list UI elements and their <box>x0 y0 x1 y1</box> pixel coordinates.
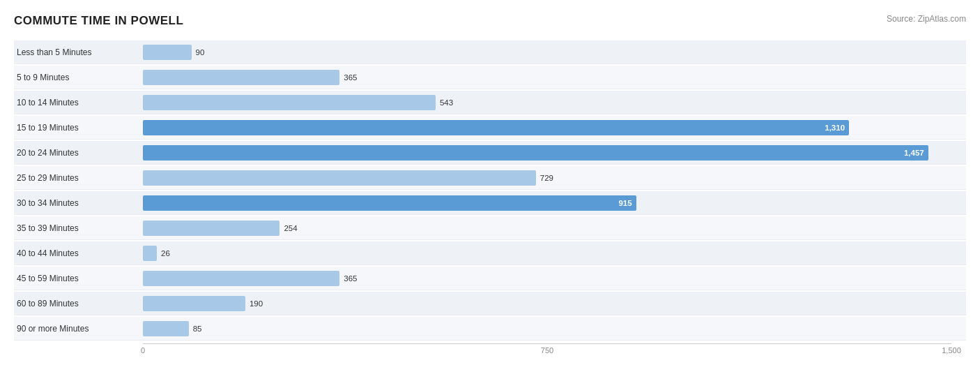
table-row: 15 to 19 Minutes1,310 <box>14 116 966 140</box>
bar: 1,310 <box>143 120 849 135</box>
chart-area: Less than 5 Minutes905 to 9 Minutes36510… <box>14 40 966 360</box>
bar-value-after: 85 <box>193 325 202 333</box>
bar-value: 1,457 <box>904 149 924 157</box>
bar-container: 90 <box>143 40 966 64</box>
bar <box>143 246 157 261</box>
bar-value-after: 729 <box>540 174 553 182</box>
bar-label: 25 to 29 Minutes <box>14 173 143 183</box>
table-row: 40 to 44 Minutes26 <box>14 241 966 265</box>
bar: 1,457 <box>143 145 928 161</box>
bar <box>143 45 192 60</box>
bar-value: 1,310 <box>825 124 845 132</box>
x-axis-tick: 1,500 <box>942 346 961 355</box>
bar-label: 30 to 34 Minutes <box>14 198 143 208</box>
bar: 915 <box>143 195 636 211</box>
bar-container: 543 <box>143 91 966 114</box>
table-row: 60 to 89 Minutes190 <box>14 292 966 315</box>
bar-container: 1,310 <box>143 116 966 139</box>
bar <box>143 296 245 311</box>
bar-label: 90 or more Minutes <box>14 324 143 334</box>
bar-container: 254 <box>143 216 966 239</box>
table-row: 35 to 39 Minutes254 <box>14 216 966 240</box>
bar-label: 10 to 14 Minutes <box>14 98 143 107</box>
bar-value-after: 254 <box>284 224 297 232</box>
bar-container: 1,457 <box>143 141 966 164</box>
bar-value-after: 90 <box>196 48 205 57</box>
bar-container: 729 <box>143 166 966 189</box>
bar <box>143 95 436 110</box>
x-axis-tick: 750 <box>541 346 553 355</box>
bar-container: 365 <box>143 66 966 89</box>
bar-container: 190 <box>143 292 966 315</box>
bar-container: 85 <box>143 317 966 340</box>
table-row: 10 to 14 Minutes543 <box>14 91 966 114</box>
table-row: 20 to 24 Minutes1,457 <box>14 141 966 165</box>
table-row: 30 to 34 Minutes915 <box>14 191 966 215</box>
bar-label: 35 to 39 Minutes <box>14 223 143 233</box>
chart-source: Source: ZipAtlas.com <box>887 14 966 24</box>
bar-value-after: 365 <box>344 274 357 283</box>
bar-label: 5 to 9 Minutes <box>14 73 143 82</box>
table-row: 90 or more Minutes85 <box>14 317 966 341</box>
bar-label: 45 to 59 Minutes <box>14 274 143 283</box>
bar-container: 915 <box>143 191 966 214</box>
bar <box>143 321 189 336</box>
bar <box>143 221 280 236</box>
table-row: Less than 5 Minutes90 <box>14 40 966 64</box>
table-row: 25 to 29 Minutes729 <box>14 166 966 190</box>
bar-label: 40 to 44 Minutes <box>14 248 143 258</box>
x-axis-line <box>143 343 951 344</box>
bar-label: Less than 5 Minutes <box>14 47 143 57</box>
bar-container: 26 <box>143 241 966 265</box>
bar-value-after: 26 <box>161 249 170 258</box>
bar-value-after: 190 <box>250 299 263 308</box>
bar <box>143 170 536 186</box>
bar-container: 365 <box>143 267 966 290</box>
x-axis: 07501,500 <box>143 343 951 360</box>
bar-value-after: 543 <box>440 98 453 107</box>
chart-title: COMMUTE TIME IN POWELL <box>14 14 183 28</box>
bar <box>143 70 339 85</box>
bar-label: 15 to 19 Minutes <box>14 123 143 133</box>
bar <box>143 271 339 286</box>
bar-label: 60 to 89 Minutes <box>14 299 143 308</box>
x-axis-tick: 0 <box>141 346 145 355</box>
bar-label: 20 to 24 Minutes <box>14 148 143 158</box>
table-row: 5 to 9 Minutes365 <box>14 66 966 89</box>
table-row: 45 to 59 Minutes365 <box>14 267 966 290</box>
bar-value: 915 <box>618 199 631 207</box>
bars-container: Less than 5 Minutes905 to 9 Minutes36510… <box>14 40 966 341</box>
bar-value-after: 365 <box>344 73 357 82</box>
